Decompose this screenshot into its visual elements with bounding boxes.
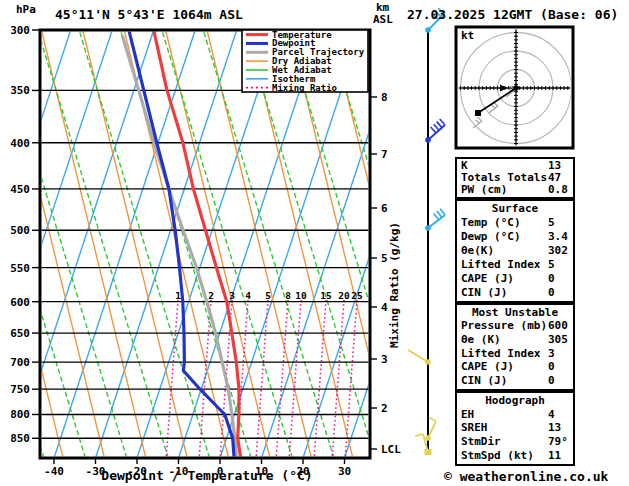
stats-row-value: 302 [548, 245, 568, 256]
stats-box-1: SurfaceTemp (°C)5Dewp (°C)3.4θe(K)302Lif… [455, 199, 575, 303]
mixing-ratio-value: 10 [295, 290, 307, 301]
hodograph [456, 27, 573, 148]
stats-box-3: HodographEH4SREH13StmDir79°StmSpd (kt)11 [455, 391, 575, 466]
pressure-tick-label: 500 [10, 224, 30, 237]
stats-box-header: Surface [461, 203, 569, 215]
pressure-tick-label: 550 [10, 262, 30, 275]
isotherm-line [220, 30, 361, 458]
stats-row-value: 0 [548, 287, 555, 298]
stats-row: Dewp (°C)3.4 [461, 231, 569, 243]
pressure-axis-unit: hPa [16, 3, 36, 16]
stats-row-value: 0 [548, 273, 555, 284]
isotherm-line [96, 30, 237, 458]
height-axis-unit-asl: ASL [373, 13, 393, 26]
mixing-ratio-value: 15 [320, 290, 332, 301]
stats-row-label: Lifted Index [461, 258, 540, 271]
mixing-ratio-line [256, 300, 268, 458]
km-tick-label: 3 [381, 353, 388, 366]
mixing-ratio-value: 3 [229, 290, 235, 301]
stats-row-value: 13 [548, 160, 561, 171]
stats-row-label: SREH [461, 421, 488, 434]
skewt-sounding-screen: 1234581015202530035040045050055060065070… [0, 0, 629, 486]
stats-box-0: K13Totals Totals47PW (cm)0.8 [455, 157, 575, 199]
pressure-tick-label: 800 [10, 408, 30, 421]
km-tick-label: 7 [381, 148, 388, 161]
parcel-trajectory-curve [123, 37, 237, 459]
station-title: 45°11'N 5°43'E 1064m ASL [55, 7, 243, 22]
temperature-tick-label: 30 [338, 465, 351, 478]
stats-row-label: StmSpd (kt) [461, 449, 534, 462]
stats-row-value: 11 [548, 450, 561, 461]
stats-row-label: Lifted Index [461, 347, 540, 360]
pressure-tick-label: 650 [10, 327, 30, 340]
pressure-tick-label: 850 [10, 432, 30, 445]
isotherm-line [137, 30, 278, 458]
run-datetime: 27.03.2025 12GMT (Base: 06) [407, 7, 618, 22]
wind-barb [425, 418, 436, 441]
km-tick-label: 8 [381, 91, 388, 104]
stats-row: CAPE (J)0 [461, 361, 569, 373]
stats-row-value: 3.4 [548, 231, 568, 242]
legend: TemperatureDewpointParcel TrajectoryDry … [242, 30, 368, 93]
stats-box-2: Most UnstablePressure (mb)600θe (K)305Li… [455, 303, 575, 391]
hodograph-marker-dot [513, 85, 519, 91]
mixing-ratio-value: 4 [245, 290, 251, 301]
stats-row-label: θe(K) [461, 244, 494, 257]
pressure-tick-label: 350 [10, 84, 30, 97]
wet-adiabat-line [245, 30, 376, 458]
stats-row: PW (cm)0.8 [461, 184, 569, 196]
stats-row: CIN (J)0 [461, 375, 569, 387]
mixing-ratio-value: 5 [265, 290, 271, 301]
stats-row-value: 0 [548, 361, 555, 372]
copyright-watermark: © weatheronline.co.uk [444, 469, 608, 484]
stats-row: StmDir79° [461, 436, 569, 448]
stats-row-value: 5 [548, 217, 555, 228]
isotherm-line [13, 30, 154, 458]
stats-row: StmSpd (kt)11 [461, 450, 569, 462]
temperature-tick-label: -40 [44, 465, 64, 478]
pressure-tick-label: 300 [10, 24, 30, 37]
temperature-axis-label: Dewpoint / Temperature (°C) [101, 468, 312, 483]
km-tick-label: 2 [381, 402, 388, 415]
stats-row-label: StmDir [461, 435, 501, 448]
pressure-tick-label: 750 [10, 383, 30, 396]
stats-row: θe(K)302 [461, 245, 569, 257]
stats-row: θe (K)305 [461, 334, 569, 346]
mixing-ratio-value: 25 [351, 290, 363, 301]
stats-row-label: θe (K) [461, 333, 501, 346]
stats-row: CAPE (J)0 [461, 273, 569, 285]
stats-row-value: 0.8 [548, 184, 568, 195]
stats-row-label: CAPE (J) [461, 272, 514, 285]
stats-row-value: 305 [548, 334, 568, 345]
stats-row: Lifted Index5 [461, 259, 569, 271]
stats-row-label: CIN (J) [461, 286, 507, 299]
mixing-ratio-value: 20 [338, 290, 350, 301]
stats-row-value: 0 [548, 375, 555, 386]
stats-row-value: 5 [548, 259, 555, 270]
mixing-ratio-value: 2 [208, 290, 214, 301]
mixing-ratio-value: 8 [285, 290, 291, 301]
km-tick-label: 6 [381, 202, 388, 215]
stats-row-label: PW (cm) [461, 183, 507, 196]
legend-label: Mixing Ratio [272, 83, 337, 93]
stats-row-label: Dewp (°C) [461, 230, 521, 243]
stats-row: CIN (J)0 [461, 287, 569, 299]
stats-row-label: Pressure (mb) [461, 319, 547, 332]
wet-adiabat-line [0, 30, 3, 458]
stats-row: Temp (°C)5 [461, 217, 569, 229]
stats-row-value: 4 [548, 409, 555, 420]
mixing-ratio-axis-label: Mixing Ratio (g/kg) [388, 222, 401, 348]
hodograph-unit-label: kt [461, 29, 474, 42]
stats-box-header: Hodograph [461, 395, 569, 407]
stats-row-value: 13 [548, 422, 561, 433]
stats-row-value: 79° [548, 436, 568, 447]
isotherm-line [179, 30, 320, 458]
stats-row: SREH13 [461, 422, 569, 434]
pressure-tick-label: 400 [10, 137, 30, 150]
pressure-tick-label: 600 [10, 296, 30, 309]
stats-row: Lifted Index3 [461, 348, 569, 360]
pressure-tick-label: 700 [10, 356, 30, 369]
stats-row: Pressure (mb)600 [461, 320, 569, 332]
isotherm-line [54, 30, 195, 458]
wind-barb-column [408, 8, 445, 455]
